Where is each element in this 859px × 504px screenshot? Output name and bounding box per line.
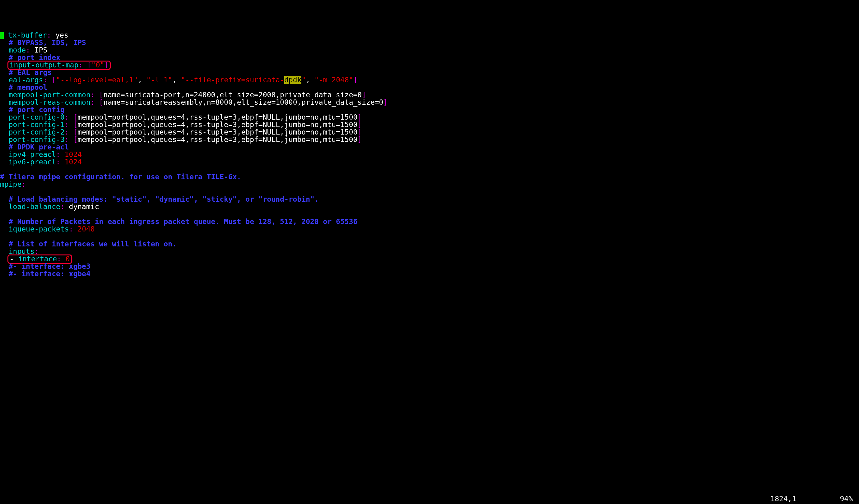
yaml-comment: # EAL args	[9, 68, 51, 76]
code-line[interactable]: mempool-port-common: [name=suricata-port…	[0, 91, 859, 99]
code-line[interactable]: # mempool	[0, 84, 859, 91]
bracket-open: [	[99, 98, 104, 106]
yaml-comment: # Number of Packets in each ingress pack…	[9, 218, 358, 225]
code-line[interactable]: # DPDK pre-acl	[0, 144, 859, 151]
yaml-comment: # port index	[9, 53, 60, 62]
yaml-key: mpipe	[0, 180, 21, 188]
code-line[interactable]: # port config	[0, 106, 859, 114]
bracket-open: [	[99, 91, 104, 99]
yaml-value: 0	[66, 255, 70, 263]
yaml-key: interface	[18, 255, 57, 263]
yaml-key: ipv6-preacl	[9, 158, 56, 166]
yaml-value: 1024	[65, 151, 82, 158]
yaml-colon: :	[21, 180, 26, 188]
yaml-comment: # Load balancing modes: "static", "dynam…	[9, 195, 319, 203]
yaml-value-fragment: "0"	[91, 61, 105, 69]
yaml-comment: # mempool	[9, 83, 48, 91]
code-line[interactable]: port-config-1: [mempool=portpool,queues=…	[0, 121, 859, 129]
yaml-value-fragment: "--log-level=eal,1"	[56, 76, 138, 84]
code-line[interactable]: # List of interfaces we will listen on.	[0, 240, 859, 248]
bracket-close: ]	[357, 113, 362, 121]
bracket-close: ]	[104, 61, 108, 69]
editor-viewport[interactable]: tx-buffer: yes # BYPASS, IDS, IPS mode: …	[0, 30, 859, 278]
yaml-colon: :	[57, 255, 66, 263]
code-line[interactable]: port-config-3: [mempool=portpool,queues=…	[0, 136, 859, 144]
bracket-open: [	[51, 76, 56, 84]
code-line[interactable]: #- interface: xgbe4	[0, 270, 859, 278]
code-line[interactable]: mode: IPS	[0, 47, 859, 54]
code-line[interactable]	[0, 166, 859, 173]
code-line[interactable]: # EAL args	[0, 69, 859, 76]
code-line[interactable]	[0, 233, 859, 240]
bracket-open: [	[73, 113, 77, 121]
yaml-value-fragment: "-m 2048"	[314, 76, 353, 84]
yaml-colon: :	[91, 91, 99, 99]
code-line[interactable]: # BYPASS, IDS, IPS	[0, 39, 859, 47]
yaml-key: inputs	[9, 247, 34, 255]
yaml-comment: # List of interfaces we will listen on.	[9, 240, 177, 248]
bracket-close: ]	[357, 136, 362, 144]
code-line[interactable]: inputs:	[0, 248, 859, 255]
yaml-value-fragment: mempool=portpool,queues=4,rss-tuple=3,eb…	[77, 113, 357, 121]
bracket-close: ]	[362, 91, 366, 99]
yaml-key: load-balance	[9, 203, 60, 211]
yaml-value-fragment: ,	[138, 76, 147, 84]
yaml-key: eal-args	[9, 76, 43, 84]
yaml-key: port-config-3	[9, 136, 65, 144]
yaml-value-fragment: "	[301, 76, 306, 84]
code-line[interactable]: mempool-reas-common: [name=suricatareass…	[0, 99, 859, 106]
code-line[interactable]: # Number of Packets in each ingress pack…	[0, 218, 859, 225]
code-line[interactable]: port-config-0: [mempool=portpool,queues=…	[0, 114, 859, 121]
code-line[interactable]: ipv6-preacl: 1024	[0, 158, 859, 166]
cursor	[0, 32, 4, 39]
yaml-value: 1024	[65, 158, 82, 166]
yaml-value: IPS	[34, 46, 48, 54]
code-line[interactable]: load-balance: dynamic	[0, 203, 859, 211]
yaml-value: 2048	[77, 225, 94, 233]
code-line[interactable]: - interface: 0	[0, 255, 859, 263]
yaml-key: port-config-2	[9, 128, 65, 136]
yaml-comment: # Tilera mpipe configuration. for use on…	[0, 173, 241, 181]
yaml-value-fragment: mempool=portpool,queues=4,rss-tuple=3,eb…	[77, 128, 357, 136]
code-line[interactable]: ipv4-preacl: 1024	[0, 151, 859, 158]
yaml-key: tx-buffer	[8, 31, 47, 39]
yaml-value-fragment: dpdk	[284, 76, 301, 84]
yaml-value-fragment: name=suricatareassembly,n=8000,elt_size=…	[103, 98, 383, 106]
code-line[interactable]: #- interface: xgbe3	[0, 263, 859, 270]
code-line[interactable]: # Tilera mpipe configuration. for use on…	[0, 173, 859, 181]
yaml-comment: # DPDK pre-acl	[9, 143, 69, 151]
bracket-close: ]	[383, 98, 388, 106]
code-line[interactable]: tx-buffer: yes	[0, 32, 859, 39]
code-line[interactable]: # Load balancing modes: "static", "dynam…	[0, 196, 859, 203]
bracket-close: ]	[357, 121, 362, 129]
yaml-key: mempool-port-common	[9, 91, 91, 99]
yaml-colon: :	[65, 121, 73, 129]
yaml-value-fragment: mempool=portpool,queues=4,rss-tuple=3,eb…	[77, 121, 357, 129]
code-line[interactable]	[0, 188, 859, 196]
code-line[interactable]: mpipe:	[0, 181, 859, 188]
yaml-key: mode	[9, 46, 26, 54]
bracket-close: ]	[353, 76, 358, 84]
yaml-value-fragment: name=suricata-port,n=24000,elt_size=2000…	[103, 91, 362, 99]
yaml-value: dynamic	[69, 203, 99, 211]
yaml-key: iqueue-packets	[9, 225, 69, 233]
code-line[interactable]: port-config-2: [mempool=portpool,queues=…	[0, 129, 859, 136]
code-line[interactable]	[0, 211, 859, 218]
code-line[interactable]: iqueue-packets: 2048	[0, 225, 859, 233]
bracket-open: [	[73, 121, 77, 129]
bracket-open: [	[87, 61, 91, 69]
yaml-colon: :	[43, 76, 51, 84]
yaml-colon: :	[34, 247, 39, 255]
code-line[interactable]: # port index	[0, 54, 859, 62]
yaml-colon: :	[65, 136, 73, 144]
yaml-colon: :	[26, 46, 34, 54]
yaml-key: port-config-1	[9, 121, 65, 129]
code-line[interactable]: eal-args: ["--log-level=eal,1", "-l 1", …	[0, 76, 859, 84]
yaml-key: mempool-reas-common	[9, 98, 91, 106]
code-line[interactable]: input-output-map: ["0"]	[0, 62, 859, 69]
yaml-value: yes	[55, 31, 69, 39]
yaml-colon: :	[56, 151, 65, 158]
yaml-value-fragment: ,	[306, 76, 314, 84]
yaml-comment: # port config	[9, 106, 65, 114]
bracket-close: ]	[357, 128, 362, 136]
